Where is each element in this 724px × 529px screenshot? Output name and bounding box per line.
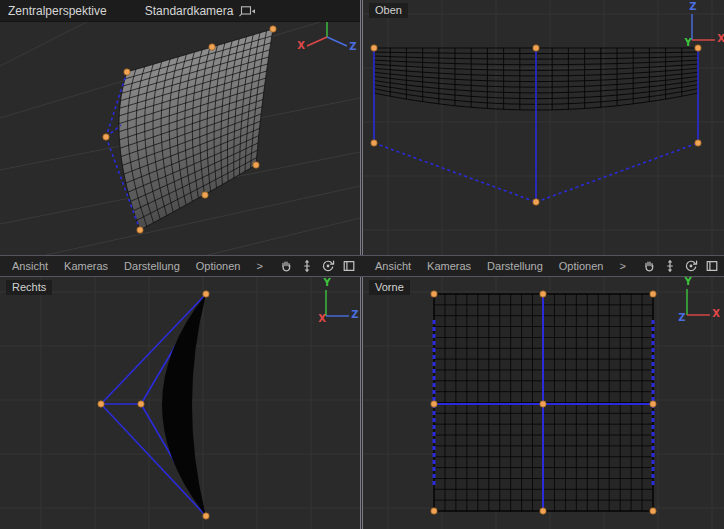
control-point[interactable] bbox=[540, 401, 546, 407]
control-point[interactable] bbox=[533, 199, 539, 205]
svg-text:Z: Z bbox=[689, 1, 696, 12]
svg-text:X: X bbox=[318, 313, 326, 324]
control-point[interactable] bbox=[431, 508, 437, 514]
orbit-rotate-icon[interactable] bbox=[684, 259, 698, 273]
menu-item-kameras[interactable]: Kameras bbox=[64, 260, 108, 272]
control-point[interactable] bbox=[431, 401, 437, 407]
svg-text:Z: Z bbox=[351, 309, 358, 320]
viewport-front: YXZ Vorne bbox=[363, 277, 724, 529]
menu-item-darstellung[interactable]: Darstellung bbox=[487, 260, 543, 272]
menu-item-ansicht[interactable]: Ansicht bbox=[375, 260, 411, 272]
menu-item-more[interactable]: > bbox=[619, 260, 625, 272]
svg-text:Z: Z bbox=[349, 41, 356, 52]
control-point[interactable] bbox=[540, 291, 546, 297]
control-point[interactable] bbox=[203, 513, 209, 519]
control-point[interactable] bbox=[270, 26, 276, 32]
viewport-perspective: YXZ Zentralperspektive Standardkamera bbox=[0, 0, 360, 255]
camera-selector[interactable]: Standardkamera bbox=[145, 4, 234, 18]
viewport-menubar-row: AnsichtKamerasDarstellungOptionen> Ansic… bbox=[0, 255, 724, 277]
control-point[interactable] bbox=[202, 192, 208, 198]
menu-item-optionen[interactable]: Optionen bbox=[196, 260, 241, 272]
control-point[interactable] bbox=[103, 134, 109, 140]
viewport-label-right: Rechts bbox=[6, 280, 52, 295]
control-point[interactable] bbox=[98, 401, 104, 407]
viewport-header: Zentralperspektive Standardkamera bbox=[0, 0, 360, 22]
control-point[interactable] bbox=[371, 45, 377, 51]
viewport-canvas-front[interactable]: YXZ bbox=[363, 277, 724, 529]
menu-item-more[interactable]: > bbox=[256, 260, 262, 272]
svg-text:Y: Y bbox=[683, 37, 692, 48]
control-point[interactable] bbox=[253, 162, 259, 168]
toggle-fullscreen-icon[interactable] bbox=[705, 259, 719, 273]
svg-text:X: X bbox=[717, 33, 724, 44]
viewport-label-front: Vorne bbox=[369, 280, 410, 295]
pan-hand-icon[interactable] bbox=[279, 259, 293, 273]
grid-lines bbox=[363, 0, 724, 255]
viewport-menubar-right: AnsichtKamerasDarstellungOptionen> bbox=[363, 256, 724, 276]
svg-text:X: X bbox=[712, 308, 720, 319]
menu-item-kameras[interactable]: Kameras bbox=[427, 260, 471, 272]
control-point[interactable] bbox=[124, 69, 130, 75]
control-point[interactable] bbox=[371, 140, 377, 146]
viewport-canvas-right[interactable]: YZX bbox=[0, 277, 360, 529]
control-point[interactable] bbox=[650, 401, 656, 407]
menu-item-ansicht[interactable]: Ansicht bbox=[12, 260, 48, 272]
axis-gizmo: YXZ bbox=[678, 277, 720, 323]
control-point[interactable] bbox=[540, 508, 546, 514]
control-point[interactable] bbox=[533, 45, 539, 51]
control-point[interactable] bbox=[209, 44, 215, 50]
viewport-right: YZX Rechts bbox=[0, 277, 360, 529]
svg-text:Y: Y bbox=[683, 277, 692, 287]
axis-gizmo: YZX bbox=[318, 277, 358, 324]
orbit-rotate-icon[interactable] bbox=[321, 259, 335, 273]
viewport-toolbar-icons bbox=[279, 259, 361, 273]
viewport-canvas-perspective[interactable]: YXZ bbox=[0, 0, 360, 255]
menu-item-optionen[interactable]: Optionen bbox=[559, 260, 604, 272]
control-point[interactable] bbox=[650, 508, 656, 514]
menu-item-darstellung[interactable]: Darstellung bbox=[124, 260, 180, 272]
viewport-top: ZXY Oben bbox=[363, 0, 724, 255]
toggle-fullscreen-icon[interactable] bbox=[342, 259, 356, 273]
surface-patch bbox=[119, 29, 273, 230]
control-point[interactable] bbox=[138, 401, 144, 407]
camera-swap-icon[interactable] bbox=[238, 5, 256, 17]
viewport-canvas-top[interactable]: ZXY bbox=[363, 0, 724, 255]
viewport-title-perspective: Zentralperspektive bbox=[8, 4, 107, 18]
control-point[interactable] bbox=[137, 227, 143, 233]
control-point[interactable] bbox=[203, 291, 209, 297]
app-window: YXZ Zentralperspektive Standardkamera ZX… bbox=[0, 0, 724, 529]
dolly-vertical-icon[interactable] bbox=[663, 259, 677, 273]
viewport-label-top: Oben bbox=[369, 3, 408, 18]
crescent-profile bbox=[162, 294, 206, 516]
control-point[interactable] bbox=[650, 291, 656, 297]
viewport-menubar-left: AnsichtKamerasDarstellungOptionen> bbox=[0, 256, 360, 276]
pan-hand-icon[interactable] bbox=[642, 259, 656, 273]
control-point[interactable] bbox=[695, 140, 701, 146]
control-point[interactable] bbox=[431, 291, 437, 297]
dolly-vertical-icon[interactable] bbox=[300, 259, 314, 273]
svg-text:Z: Z bbox=[678, 312, 685, 323]
svg-text:X: X bbox=[297, 40, 305, 51]
axis-gizmo: ZXY bbox=[683, 1, 724, 48]
svg-text:Y: Y bbox=[322, 277, 331, 288]
viewport-toolbar-icons bbox=[642, 259, 724, 273]
control-point[interactable] bbox=[695, 45, 701, 51]
